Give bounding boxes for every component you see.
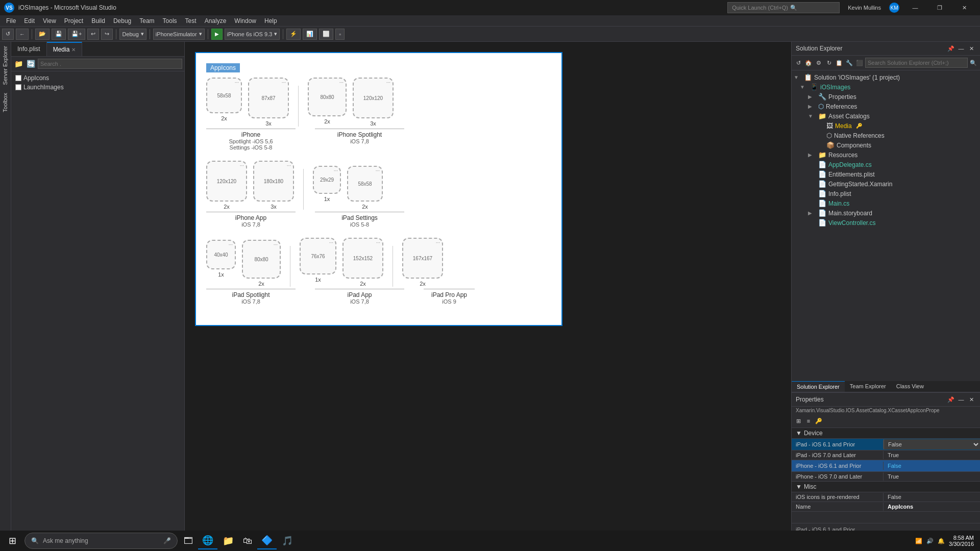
icon-box-120-2x[interactable]: ··· 120x120 <box>206 161 247 202</box>
more-icon[interactable]: ··· <box>339 80 344 85</box>
menu-tools[interactable]: Tools <box>159 16 181 26</box>
more-icon[interactable]: ··· <box>235 80 239 85</box>
menu-edit[interactable]: Edit <box>20 16 39 26</box>
more-icon[interactable]: ··· <box>282 80 286 85</box>
se-appdelegate[interactable]: 📄 AppDelegate.cs <box>792 160 980 169</box>
tab-media-close-icon[interactable]: ✕ <box>71 47 76 53</box>
menu-help[interactable]: Help <box>260 16 281 26</box>
se-gettingstarted[interactable]: 📄 GettingStarted.Xamarin <box>792 179 980 189</box>
file-search-input[interactable] <box>38 59 182 69</box>
more-icon[interactable]: ··· <box>376 168 380 173</box>
icon-box-58-2x-ipad[interactable]: ··· 58x58 <box>347 166 383 202</box>
toolbar-extra-1[interactable]: ⚡ <box>286 29 301 40</box>
se-properties[interactable]: ▶ 🔧 Properties <box>792 92 980 102</box>
icon-box-40-1x[interactable]: ··· 40x40 <box>206 240 236 269</box>
se-search-btn[interactable]: 🔍 <box>969 58 978 67</box>
taskbar-edge[interactable]: 🌐 <box>198 532 217 549</box>
se-references[interactable]: ▶ ⬡ References <box>792 102 980 111</box>
menu-analyze[interactable]: Analyze <box>201 16 231 26</box>
icon-box-29-1x[interactable]: ··· 29x29 <box>313 166 341 194</box>
se-mainstoryboard[interactable]: ▶ 📄 Main.storyboard <box>792 208 980 218</box>
prop-btn-3[interactable]: 🔑 <box>814 416 823 425</box>
refresh-button[interactable]: 🔄 <box>26 59 36 69</box>
more-icon[interactable]: ··· <box>386 80 390 85</box>
toolbar-back[interactable]: ← <box>16 29 29 40</box>
se-iosimages[interactable]: ▼ 📱 iOSImages <box>792 82 980 92</box>
content-scroll[interactable]: AppIcons ··· 58x58 2x <box>185 42 791 536</box>
more-icon[interactable]: ··· <box>329 240 333 245</box>
appicons-checkbox[interactable] <box>15 75 21 81</box>
quick-launch-search[interactable]: Quick Launch (Ctrl+Q) 🔍 <box>727 2 840 13</box>
se-btn-5[interactable]: 📋 <box>835 58 844 67</box>
prop-btn-2[interactable]: ≡ <box>804 416 813 425</box>
toolbar-extra-3[interactable]: ⬜ <box>319 29 333 40</box>
menu-project[interactable]: Project <box>60 16 87 26</box>
server-explorer-tab[interactable]: Server Explorer <box>0 42 11 89</box>
menu-view[interactable]: View <box>39 16 60 26</box>
icon-box-76-1x[interactable]: ··· 76x76 <box>300 238 336 274</box>
more-icon[interactable]: ··· <box>334 168 338 173</box>
icon-box-152-2x[interactable]: ··· 152x152 <box>342 238 383 279</box>
start-button[interactable]: ⊞ <box>2 531 22 551</box>
prop-ipad-61-dropdown[interactable]: False True <box>884 439 980 449</box>
se-btn-4[interactable]: ↻ <box>824 58 834 67</box>
toolbar-extra-2[interactable]: 📊 <box>303 29 317 40</box>
menu-debug[interactable]: Debug <box>109 16 135 26</box>
se-search-input[interactable] <box>865 58 968 68</box>
se-solution[interactable]: ▼ 📋 Solution 'iOSImages' (1 project) <box>792 72 980 82</box>
icon-box-167-2x[interactable]: ··· 167x167 <box>402 238 443 279</box>
close-button[interactable]: ✕ <box>952 0 976 15</box>
se-resources[interactable]: ▶ 📁 Resources <box>792 150 980 160</box>
menu-test[interactable]: Test <box>181 16 201 26</box>
tree-item-launchimages[interactable]: LaunchImages <box>11 83 184 92</box>
new-folder-button[interactable]: 📁 <box>13 59 23 69</box>
close-panel-button[interactable]: ✕ <box>967 44 976 53</box>
prop-close-button[interactable]: ✕ <box>967 395 976 404</box>
taskbar-vs[interactable]: 🔷 <box>257 532 277 549</box>
se-maincs[interactable]: 📄 Main.cs <box>792 198 980 208</box>
se-asset-catalogs[interactable]: ▼ 📁 Asset Catalogs <box>792 111 980 121</box>
taskbar-search[interactable]: 🔍 Ask me anything 🎤 <box>24 533 178 549</box>
more-icon[interactable]: ··· <box>240 163 244 168</box>
more-icon[interactable]: ··· <box>229 242 233 247</box>
se-infoplist[interactable]: 📄 Info.plist <box>792 189 980 198</box>
menu-file[interactable]: File <box>2 16 20 26</box>
prop-pin-button[interactable]: 📌 <box>946 395 955 404</box>
se-btn-1[interactable]: ↺ <box>794 58 803 67</box>
se-btn-6[interactable]: 🔧 <box>845 58 854 67</box>
taskbar-clock[interactable]: 8:58 AM 3/30/2016 <box>949 535 974 547</box>
icon-box-87-3x[interactable]: ··· 87x87 <box>248 78 289 118</box>
menu-window[interactable]: Window <box>230 16 260 26</box>
maximize-button[interactable]: ❐ <box>928 0 951 15</box>
taskbar-music[interactable]: 🎵 <box>278 532 297 549</box>
pin-button[interactable]: 📌 <box>946 44 955 53</box>
icon-box-120-3x[interactable]: ··· 120x120 <box>353 78 394 118</box>
icon-box-80-2x[interactable]: ··· 80x80 <box>308 78 347 116</box>
tab-infoplist[interactable]: Info.plist <box>11 42 47 56</box>
prop-iphone-61-input[interactable]: False <box>884 461 980 471</box>
run-button[interactable]: ▶ <box>211 29 223 40</box>
menu-build[interactable]: Build <box>87 16 109 26</box>
se-btn-3[interactable]: ⚙ <box>814 58 823 67</box>
more-icon[interactable]: ··· <box>274 242 278 247</box>
toolbar-save[interactable]: 💾 <box>52 29 66 40</box>
se-native-references[interactable]: ⬡ Native References <box>792 131 980 140</box>
se-tab-team-explorer[interactable]: Team Explorer <box>845 381 891 392</box>
prop-btn-1[interactable]: ⊞ <box>794 416 803 425</box>
tab-media[interactable]: Media ✕ <box>47 42 83 56</box>
se-tab-solution-explorer[interactable]: Solution Explorer <box>792 381 845 392</box>
simulator-dropdown[interactable]: iPhoneSimulator ▾ <box>153 29 205 40</box>
toolbar-refresh[interactable]: ↺ <box>2 29 14 40</box>
toolbar-open[interactable]: 📂 <box>35 29 50 40</box>
toolbar-extra-4[interactable]: ▫ <box>335 29 345 40</box>
se-entitlements[interactable]: 📄 Entitlements.plist <box>792 169 980 179</box>
se-btn-7[interactable]: ⬛ <box>855 58 864 67</box>
prop-minimize-button[interactable]: — <box>957 395 966 404</box>
se-components[interactable]: 📦 Components <box>792 140 980 150</box>
toolbar-save-all[interactable]: 💾+ <box>68 29 85 40</box>
build-config-dropdown[interactable]: Debug ▾ <box>119 29 146 40</box>
toolbox-tab[interactable]: Toolbox <box>0 89 11 116</box>
taskbar-store[interactable]: 🛍 <box>239 532 256 549</box>
more-icon[interactable]: ··· <box>287 163 291 168</box>
icon-box-80-2x-ipad[interactable]: ··· 80x80 <box>242 240 281 279</box>
